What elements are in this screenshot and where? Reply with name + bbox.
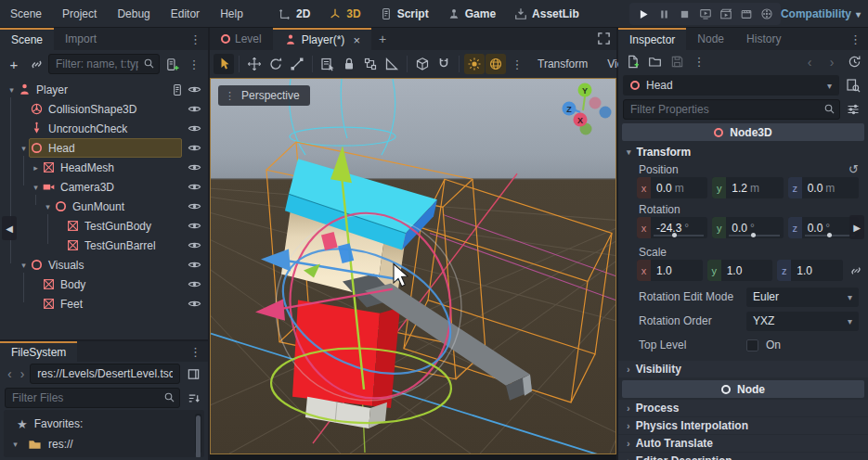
history-forward-icon[interactable]: ›	[822, 52, 842, 72]
preview-sun-button[interactable]	[464, 54, 485, 74]
visibility-eye-icon[interactable]	[188, 258, 201, 272]
scene-tab-player[interactable]: Player(*) ×	[273, 28, 371, 50]
rotation-y-field[interactable]: y0.0°	[712, 217, 783, 238]
tab-filesystem[interactable]: FileSystem	[0, 341, 77, 362]
tab-node[interactable]: Node	[686, 28, 735, 50]
rotation-y-slider[interactable]	[729, 235, 779, 236]
select-tool-button[interactable]	[214, 54, 234, 74]
workspace-script-button[interactable]: Script	[380, 7, 429, 20]
rotation-z-field[interactable]: z0.0°	[788, 217, 859, 238]
save-resource-button[interactable]	[667, 52, 687, 72]
workspace-2d-button[interactable]: 2D	[279, 7, 310, 20]
forward-icon[interactable]: ›	[18, 366, 28, 381]
category-node[interactable]: Node	[622, 380, 864, 398]
viewport-menu-icon[interactable]: ⋮	[225, 90, 235, 102]
lock-button[interactable]	[339, 54, 359, 74]
rotation-order-dropdown[interactable]: YXZ ▾	[746, 312, 859, 331]
chevron-down-icon[interactable]: ▾	[6, 85, 18, 95]
visibility-eye-icon[interactable]	[188, 238, 201, 252]
rotation-z-slider[interactable]	[805, 235, 855, 236]
visibility-eye-icon[interactable]	[188, 297, 201, 311]
scene-tree-row-testgunbarrel[interactable]: TestGunBarrel	[0, 236, 208, 255]
chevron-down-icon[interactable]: ▾	[18, 144, 30, 153]
instance-scene-button[interactable]	[26, 54, 46, 74]
scale-z-field[interactable]: z1.0	[777, 260, 843, 281]
tab-inspector[interactable]: Inspector	[618, 28, 686, 50]
visibility-eye-icon[interactable]	[188, 180, 201, 194]
scene-tree-row-collisionshape3d[interactable]: CollisionShape3D	[0, 99, 208, 119]
scene-tree-row-camera3d[interactable]: ▾ Camera3D	[0, 177, 208, 197]
rotate-tool-button[interactable]	[266, 54, 286, 74]
workspace-assetlib-button[interactable]: AssetLib	[514, 7, 579, 20]
res-root-item[interactable]: ▾ res://	[4, 434, 204, 454]
transform-menu[interactable]: Transform	[528, 58, 597, 70]
menu-project[interactable]: Project	[52, 0, 107, 27]
current-path-input[interactable]	[30, 364, 180, 384]
scene-tree-menu-icon[interactable]: ⋮	[184, 54, 204, 74]
collapse-left-dock-button[interactable]: ◀	[2, 216, 17, 240]
workspace-3d-button[interactable]: 3D	[329, 7, 360, 20]
category-node3d[interactable]: Node3D	[622, 123, 864, 141]
visibility-eye-icon[interactable]	[188, 199, 201, 213]
node-selector[interactable]: Head ▾	[623, 75, 839, 96]
play-button[interactable]	[636, 6, 652, 22]
property-filter-input[interactable]	[623, 99, 840, 120]
renderer-selector[interactable]: Compatibility ▾	[781, 0, 861, 28]
menu-editor[interactable]: Editor	[161, 0, 210, 27]
scene-tree-row-gunmount[interactable]: ▾ GunMount	[0, 197, 208, 216]
chevron-down-icon[interactable]: ▾	[42, 202, 54, 211]
scene-tree-row-visuals[interactable]: ▾ Visuals	[0, 255, 208, 275]
scale-y-field[interactable]: y1.0	[707, 260, 773, 281]
scale-tool-button[interactable]	[287, 54, 307, 74]
group-auto-translate[interactable]: › Auto Translate	[618, 435, 868, 452]
rotation-x-slider[interactable]	[654, 235, 704, 236]
axis-orientation-gizmo[interactable]: Y Z X	[547, 82, 612, 137]
position-z-field[interactable]: z0.0m	[788, 177, 859, 198]
visibility-eye-icon[interactable]	[188, 141, 201, 155]
resource-menu-icon[interactable]: ⋮	[689, 52, 709, 72]
chevron-right-icon[interactable]: ▸	[30, 163, 42, 172]
rotation-edit-mode-dropdown[interactable]: Euler ▾	[746, 288, 859, 307]
chevron-down-icon[interactable]: ▾	[9, 440, 21, 449]
scene-tree-row-headmesh[interactable]: ▸ HeadMesh	[0, 158, 208, 177]
new-resource-button[interactable]	[622, 52, 642, 72]
tab-scene[interactable]: Scene	[0, 28, 54, 50]
stop-button[interactable]	[677, 6, 693, 22]
scene-dock-menu-icon[interactable]: ⋮	[183, 32, 208, 46]
scene-tree-row-body[interactable]: Body	[0, 275, 208, 294]
menu-help[interactable]: Help	[210, 0, 253, 27]
viewport-canvas[interactable]: ⋮ Perspective Y Z X	[210, 78, 616, 454]
scrollbar-thumb[interactable]	[196, 415, 201, 457]
remote-debug-button[interactable]	[697, 6, 713, 22]
play-custom-scene-button[interactable]	[738, 6, 754, 22]
section-transform[interactable]: ▾ Transform	[618, 143, 868, 161]
visibility-eye-icon[interactable]	[188, 160, 201, 174]
play-scene-button[interactable]	[718, 6, 733, 22]
group-button[interactable]	[360, 54, 381, 74]
move-tool-button[interactable]	[244, 54, 265, 74]
projection-selector[interactable]: ⋮ Perspective	[218, 85, 310, 106]
file-filter-input[interactable]	[5, 388, 180, 408]
scene-tree-row-uncrouchcheck[interactable]: UncrouchCheck	[0, 119, 208, 138]
inspector-menu-icon[interactable]: ⋮	[843, 32, 868, 46]
scene-tab-level[interactable]: Level	[210, 28, 273, 50]
tab-history[interactable]: History	[735, 28, 792, 50]
scene-tree-row-player[interactable]: ▾ Player	[0, 80, 208, 99]
favorites-item[interactable]: ★ Favorites:	[4, 414, 204, 434]
visibility-eye-icon[interactable]	[188, 277, 201, 291]
group-process[interactable]: › Process	[618, 400, 868, 416]
scene-tree-row-feet[interactable]: Feet	[0, 294, 208, 313]
revert-icon[interactable]: ↺	[849, 162, 859, 176]
visibility-eye-icon[interactable]	[188, 83, 201, 96]
local-space-button[interactable]	[412, 54, 433, 74]
search-help-icon[interactable]	[843, 75, 863, 96]
close-icon[interactable]: ×	[353, 33, 360, 47]
scene-tree-row-testgunbody[interactable]: TestGunBody	[0, 216, 208, 236]
preview-environment-button[interactable]	[486, 54, 506, 74]
menu-scene[interactable]: Scene	[0, 0, 52, 27]
history-list-button[interactable]	[844, 52, 864, 72]
top-level-checkbox[interactable]	[746, 339, 758, 351]
chevron-down-icon[interactable]: ▾	[30, 183, 42, 192]
menu-debug[interactable]: Debug	[107, 0, 160, 27]
axis-x-negative-ball[interactable]	[589, 97, 602, 109]
